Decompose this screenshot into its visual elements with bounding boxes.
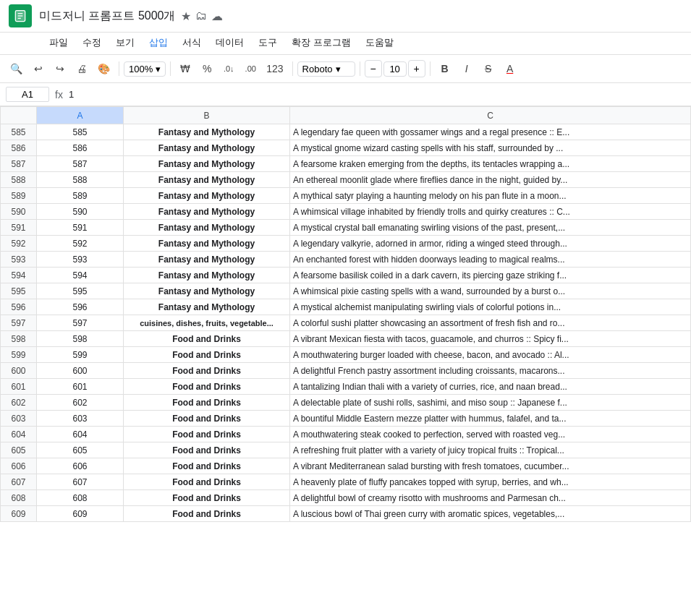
- cell-a-586[interactable]: 586: [37, 140, 124, 156]
- cell-b-606[interactable]: Food and Drinks: [124, 458, 290, 474]
- cell-a-606[interactable]: 606: [37, 458, 124, 474]
- cell-a-592[interactable]: 592: [37, 236, 124, 252]
- cell-a-609[interactable]: 609: [37, 506, 124, 522]
- bold-button[interactable]: B: [435, 59, 455, 79]
- cell-a-607[interactable]: 607: [37, 474, 124, 490]
- cell-c-607[interactable]: A heavenly plate of fluffy pancakes topp…: [290, 474, 691, 490]
- table-row[interactable]: 599 599 Food and Drinks A mouthwatering …: [1, 347, 691, 363]
- cell-b-601[interactable]: Food and Drinks: [124, 379, 290, 395]
- table-row[interactable]: 602 602 Food and Drinks A delectable pla…: [1, 395, 691, 411]
- table-row[interactable]: 590 590 Fantasy and Mythology A whimsica…: [1, 204, 691, 220]
- decimal-more-button[interactable]: .00: [240, 59, 260, 79]
- cell-reference[interactable]: A1: [6, 87, 49, 102]
- cell-c-608[interactable]: A delightful bowl of creamy risotto with…: [290, 490, 691, 506]
- cell-b-587[interactable]: Fantasy and Mythology: [124, 156, 290, 172]
- cell-a-597[interactable]: 597: [37, 315, 124, 331]
- table-row[interactable]: 607 607 Food and Drinks A heavenly plate…: [1, 474, 691, 490]
- cell-a-603[interactable]: 603: [37, 411, 124, 427]
- menu-edit[interactable]: 수정: [77, 34, 107, 51]
- cell-c-599[interactable]: A mouthwatering burger loaded with chees…: [290, 347, 691, 363]
- cell-c-600[interactable]: A delightful French pastry assortment in…: [290, 363, 691, 379]
- star-icon[interactable]: ★: [181, 9, 191, 23]
- search-button[interactable]: 🔍: [6, 59, 27, 79]
- cell-a-602[interactable]: 602: [37, 395, 124, 411]
- table-row[interactable]: 603 603 Food and Drinks A bountiful Midd…: [1, 411, 691, 427]
- cell-b-586[interactable]: Fantasy and Mythology: [124, 140, 290, 156]
- formula-content[interactable]: 1: [69, 89, 685, 100]
- cell-c-588[interactable]: An ethereal moonlit glade where fireflie…: [290, 172, 691, 188]
- table-row[interactable]: 600 600 Food and Drinks A delightful Fre…: [1, 363, 691, 379]
- table-row[interactable]: 604 604 Food and Drinks A mouthwatering …: [1, 427, 691, 442]
- cell-c-602[interactable]: A delectable plate of sushi rolls, sashi…: [290, 395, 691, 411]
- menu-insert[interactable]: 삽입: [143, 34, 174, 51]
- cell-b-600[interactable]: Food and Drinks: [124, 363, 290, 379]
- table-row[interactable]: 595 595 Fantasy and Mythology A whimsica…: [1, 283, 691, 299]
- cell-c-593[interactable]: An enchanted forest with hidden doorways…: [290, 252, 691, 268]
- cell-c-598[interactable]: A vibrant Mexican fiesta with tacos, gua…: [290, 331, 691, 347]
- cell-a-599[interactable]: 599: [37, 347, 124, 363]
- cell-b-597[interactable]: cuisines, dishes, fruits, vegetable...: [124, 315, 290, 331]
- cell-a-600[interactable]: 600: [37, 363, 124, 379]
- table-row[interactable]: 594 594 Fantasy and Mythology A fearsome…: [1, 268, 691, 283]
- table-row[interactable]: 608 608 Food and Drinks A delightful bow…: [1, 490, 691, 506]
- cell-c-606[interactable]: A vibrant Mediterranean salad bursting w…: [290, 458, 691, 474]
- font-selector[interactable]: Roboto ▾: [297, 61, 355, 77]
- table-row[interactable]: 606 606 Food and Drinks A vibrant Medite…: [1, 458, 691, 474]
- cell-c-590[interactable]: A whimsical village inhabited by friendl…: [290, 204, 691, 220]
- font-size-increase[interactable]: +: [408, 60, 425, 77]
- cell-b-596[interactable]: Fantasy and Mythology: [124, 299, 290, 315]
- table-row[interactable]: 592 592 Fantasy and Mythology A legendar…: [1, 236, 691, 252]
- cell-a-590[interactable]: 590: [37, 204, 124, 220]
- cell-b-591[interactable]: Fantasy and Mythology: [124, 220, 290, 236]
- cell-c-592[interactable]: A legendary valkyrie, adorned in armor, …: [290, 236, 691, 252]
- menu-file[interactable]: 파일: [43, 34, 74, 51]
- cell-c-596[interactable]: A mystical alchemist manipulating swirli…: [290, 299, 691, 315]
- col-header-a[interactable]: A: [37, 107, 124, 124]
- table-row[interactable]: 597 597 cuisines, dishes, fruits, vegeta…: [1, 315, 691, 331]
- cell-b-593[interactable]: Fantasy and Mythology: [124, 252, 290, 268]
- redo-button[interactable]: ↪: [50, 59, 70, 79]
- cell-b-602[interactable]: Food and Drinks: [124, 395, 290, 411]
- zoom-control[interactable]: 100% ▾: [124, 61, 166, 77]
- strikethrough-button[interactable]: S: [478, 59, 499, 79]
- cell-b-599[interactable]: Food and Drinks: [124, 347, 290, 363]
- undo-button[interactable]: ↩: [28, 59, 48, 79]
- menu-data[interactable]: 데이터: [210, 34, 250, 51]
- table-row[interactable]: 587 587 Fantasy and Mythology A fearsome…: [1, 156, 691, 172]
- percent-button[interactable]: %: [197, 59, 217, 79]
- cell-a-589[interactable]: 589: [37, 188, 124, 204]
- table-row[interactable]: 609 609 Food and Drinks A luscious bowl …: [1, 506, 691, 522]
- cell-b-590[interactable]: Fantasy and Mythology: [124, 204, 290, 220]
- decimal-less-button[interactable]: .0↓: [219, 59, 239, 79]
- table-row[interactable]: 605 605 Food and Drinks A refreshing fru…: [1, 442, 691, 458]
- cell-c-597[interactable]: A colorful sushi platter showcasing an a…: [290, 315, 691, 331]
- col-header-b[interactable]: B: [124, 107, 290, 124]
- cell-b-609[interactable]: Food and Drinks: [124, 506, 290, 522]
- cell-b-592[interactable]: Fantasy and Mythology: [124, 236, 290, 252]
- cell-c-601[interactable]: A tantalizing Indian thali with a variet…: [290, 379, 691, 395]
- cell-b-604[interactable]: Food and Drinks: [124, 427, 290, 442]
- table-row[interactable]: 591 591 Fantasy and Mythology A mystical…: [1, 220, 691, 236]
- cell-b-589[interactable]: Fantasy and Mythology: [124, 188, 290, 204]
- cell-c-586[interactable]: A mystical gnome wizard casting spells w…: [290, 140, 691, 156]
- cell-c-603[interactable]: A bountiful Middle Eastern mezze platter…: [290, 411, 691, 427]
- cell-c-594[interactable]: A fearsome basilisk coiled in a dark cav…: [290, 268, 691, 283]
- cell-b-595[interactable]: Fantasy and Mythology: [124, 283, 290, 299]
- col-header-c[interactable]: C: [290, 107, 691, 124]
- doc-title-text[interactable]: 미드저니 프롬프트 5000개: [39, 9, 175, 24]
- cell-b-585[interactable]: Fantasy and Mythology: [124, 124, 290, 140]
- cell-b-598[interactable]: Food and Drinks: [124, 331, 290, 347]
- table-row[interactable]: 598 598 Food and Drinks A vibrant Mexica…: [1, 331, 691, 347]
- cell-b-588[interactable]: Fantasy and Mythology: [124, 172, 290, 188]
- font-size-display[interactable]: 10: [383, 61, 407, 77]
- cell-a-587[interactable]: 587: [37, 156, 124, 172]
- menu-format[interactable]: 서식: [177, 34, 207, 51]
- table-row[interactable]: 596 596 Fantasy and Mythology A mystical…: [1, 299, 691, 315]
- cell-a-594[interactable]: 594: [37, 268, 124, 283]
- cell-c-595[interactable]: A whimsical pixie casting spells with a …: [290, 283, 691, 299]
- cell-a-608[interactable]: 608: [37, 490, 124, 506]
- menu-extensions[interactable]: 확장 프로그램: [286, 34, 357, 51]
- cell-a-596[interactable]: 596: [37, 299, 124, 315]
- cell-a-591[interactable]: 591: [37, 220, 124, 236]
- cell-c-591[interactable]: A mystical crystal ball emanating swirli…: [290, 220, 691, 236]
